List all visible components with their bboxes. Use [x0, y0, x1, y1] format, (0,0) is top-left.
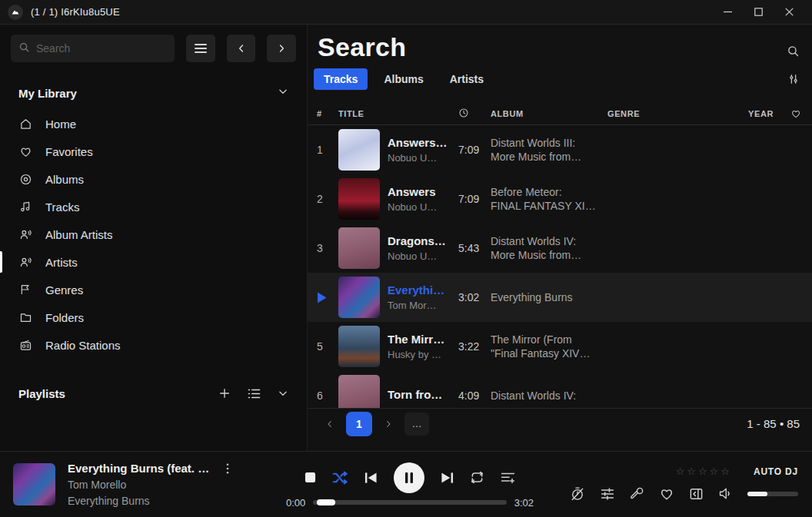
stop-button[interactable] — [304, 472, 316, 483]
track-artist[interactable]: Nobuo U… — [388, 201, 455, 213]
nav-forward-button[interactable] — [267, 35, 296, 62]
col-title[interactable]: TITLE — [338, 109, 388, 118]
filter-options-icon[interactable] — [787, 73, 800, 85]
sidebar-item-tracks[interactable]: Tracks — [0, 193, 307, 220]
col-duration-clock-icon[interactable] — [458, 108, 491, 120]
sidebar-item-radio-stations[interactable]: Radio Stations — [0, 331, 307, 359]
track-options-dots-icon[interactable] — [226, 463, 229, 474]
now-playing-album-art[interactable] — [13, 463, 55, 505]
nav-back-button[interactable] — [227, 35, 256, 62]
equalizer-sliders-icon[interactable] — [600, 487, 615, 501]
sidebar-item-favorites[interactable]: Favorites — [0, 138, 307, 165]
lyrics-microphone-icon[interactable] — [630, 486, 644, 501]
table-row[interactable]: 6 Torn fro… 4:09 Distant Worlds IV: — [308, 371, 812, 408]
sidebar-item-artists[interactable]: Artists — [0, 248, 307, 276]
sidebar-item-album-artists[interactable]: Album Artists — [0, 220, 307, 248]
window-title: (1 / 1) I6rKIu8u5UE — [31, 6, 120, 18]
queue-panel-icon[interactable] — [689, 487, 704, 501]
track-artist[interactable]: Nobuo U… — [388, 152, 455, 164]
sidebar-search-box[interactable] — [11, 35, 175, 62]
col-album[interactable]: ALBUM — [491, 109, 607, 118]
col-index[interactable]: # — [317, 109, 338, 118]
album-art[interactable] — [338, 326, 380, 367]
close-button[interactable] — [774, 2, 804, 23]
page-prev-button[interactable] — [318, 413, 341, 436]
table-row-playing[interactable]: Everythi… Tom Mor… 3:02 Everything Burns — [308, 273, 812, 322]
track-album[interactable]: Everything Burns — [491, 290, 607, 304]
seek-thumb[interactable] — [317, 499, 335, 505]
radio-icon — [18, 339, 32, 352]
repeat-button[interactable] — [470, 471, 484, 484]
sleep-timer-off-icon[interactable] — [570, 486, 585, 502]
track-artist[interactable]: Husky by … — [388, 349, 455, 360]
table-row[interactable]: 1 Answers… Nobuo U… 7:09 Distant Worlds … — [308, 125, 812, 174]
album-art[interactable] — [338, 178, 380, 220]
sidebar-item-label: Radio Stations — [45, 339, 121, 352]
track-title[interactable]: The Mirr… — [388, 333, 455, 346]
pause-button[interactable] — [394, 462, 424, 493]
track-album[interactable]: Distant Worlds IV:More Music from… — [491, 234, 607, 262]
sidebar-item-label: Favorites — [45, 145, 93, 158]
album-art[interactable] — [338, 375, 380, 408]
menu-button[interactable] — [186, 35, 215, 62]
col-genre[interactable]: GENRE — [607, 109, 738, 118]
my-library-header[interactable]: My Library — [0, 82, 307, 104]
album-art[interactable] — [338, 277, 380, 318]
tab-albums[interactable]: Albums — [374, 68, 433, 90]
main-content: Search Tracks Albums Artists # — [308, 25, 812, 451]
now-playing-album[interactable]: Everything Burns — [68, 495, 229, 507]
chevron-down-icon[interactable] — [278, 86, 288, 100]
artist-voice-icon — [18, 256, 32, 269]
now-playing-artist[interactable]: Tom Morello — [68, 479, 229, 491]
auto-dj-label[interactable]: AUTO DJ — [754, 466, 798, 477]
col-year[interactable]: YEAR — [738, 109, 777, 118]
minimize-button[interactable] — [712, 2, 743, 23]
track-title[interactable]: Dragons… — [388, 234, 455, 247]
tab-tracks[interactable]: Tracks — [314, 68, 368, 90]
sidebar-item-home[interactable]: Home — [0, 110, 307, 138]
album-art[interactable] — [338, 227, 380, 269]
col-favorite-heart-icon[interactable] — [777, 108, 803, 119]
page-number-button[interactable]: 1 — [346, 412, 372, 436]
tab-artists[interactable]: Artists — [440, 68, 494, 90]
rating-stars[interactable]: ☆☆☆☆☆ — [676, 466, 732, 477]
album-art[interactable] — [338, 129, 380, 171]
shuffle-button[interactable] — [332, 471, 348, 485]
sidebar-item-label: Album Artists — [45, 228, 113, 241]
track-album[interactable]: Distant Worlds IV: — [491, 389, 607, 403]
track-artist[interactable]: Tom Mor… — [388, 300, 455, 311]
search-input[interactable] — [36, 42, 167, 55]
content-search-icon[interactable] — [787, 45, 800, 61]
home-icon — [18, 118, 32, 131]
track-album[interactable]: The Mirror (From"Final Fantasy XIV… — [491, 333, 607, 360]
page-next-button[interactable] — [377, 413, 400, 436]
row-index: 5 — [317, 340, 338, 353]
table-row[interactable]: 3 Dragons… Nobuo U… 5:43 Distant Worlds … — [308, 224, 812, 273]
volume-slider[interactable] — [747, 492, 798, 496]
playlist-list-button[interactable] — [248, 388, 261, 399]
sidebar-item-albums[interactable]: Albums — [0, 165, 307, 193]
add-playlist-button[interactable] — [218, 387, 231, 399]
track-title[interactable]: Answers — [388, 185, 455, 198]
next-track-button[interactable] — [441, 472, 454, 484]
track-album[interactable]: Before Meteor:FINAL FANTASY XI… — [491, 185, 607, 213]
track-title[interactable]: Everythi… — [388, 283, 455, 297]
track-title[interactable]: Torn fro… — [388, 388, 455, 401]
playlists-chevron-down-icon[interactable] — [278, 388, 288, 399]
sidebar-item-folders[interactable]: Folders — [0, 303, 307, 331]
page-ellipsis-button[interactable]: … — [404, 413, 429, 436]
track-album[interactable]: Distant Worlds III:More Music from… — [491, 136, 607, 164]
elapsed-time: 0:00 — [286, 497, 305, 509]
seek-bar[interactable] — [313, 500, 506, 505]
track-title[interactable]: Answers… — [388, 136, 455, 149]
volume-speaker-icon[interactable] — [718, 487, 733, 500]
now-playing-title[interactable]: Everything Burns (feat. B… — [68, 462, 215, 475]
add-to-queue-button[interactable] — [501, 472, 515, 484]
maximize-button[interactable] — [743, 2, 774, 23]
previous-track-button[interactable] — [364, 472, 378, 484]
table-row[interactable]: 5 The Mirr… Husky by … 3:22 The Mirror (… — [308, 322, 812, 371]
favorite-heart-icon[interactable] — [659, 486, 674, 502]
sidebar-item-genres[interactable]: Genres — [0, 276, 307, 303]
track-artist[interactable]: Nobuo U… — [388, 250, 455, 262]
table-row[interactable]: 2 Answers Nobuo U… 7:09 Before Meteor:FI… — [308, 174, 812, 224]
